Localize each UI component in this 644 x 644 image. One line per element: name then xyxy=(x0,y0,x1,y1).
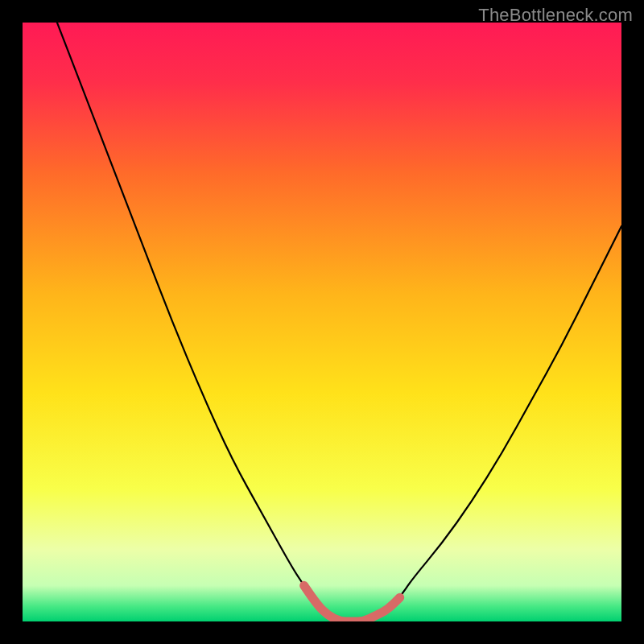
chart-svg xyxy=(23,23,621,621)
watermark-text: TheBottleneck.com xyxy=(478,5,633,26)
gradient-background xyxy=(23,23,621,621)
plot-area xyxy=(23,23,621,621)
chart-frame: TheBottleneck.com xyxy=(0,0,644,644)
